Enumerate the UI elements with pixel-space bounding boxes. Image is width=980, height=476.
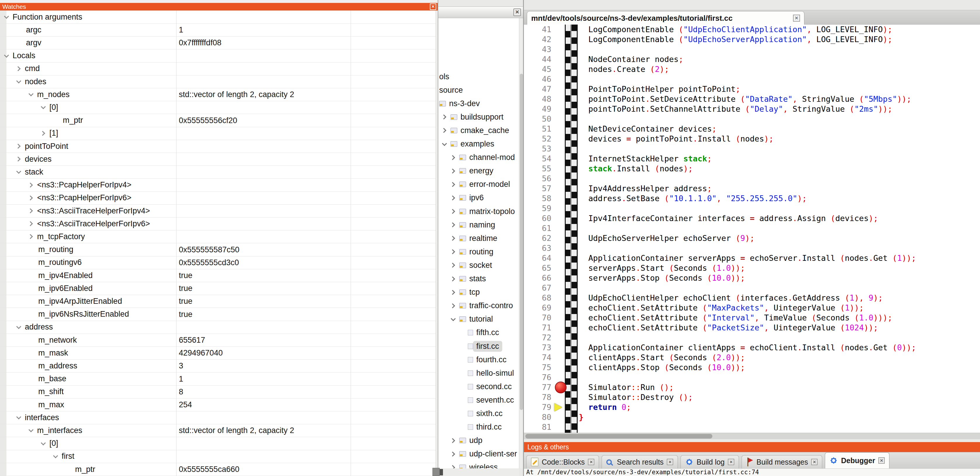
tree-item-energy[interactable]: energy bbox=[438, 165, 519, 178]
expand-arrow-icon[interactable] bbox=[450, 222, 455, 227]
expand-arrow-icon[interactable] bbox=[450, 155, 455, 160]
tree-item-buildsupport[interactable]: buildsupport bbox=[438, 110, 519, 124]
expand-arrow-icon[interactable] bbox=[442, 115, 447, 120]
watch-row[interactable]: <ns3::AsciiTraceHelperForIpv6> bbox=[0, 217, 436, 230]
tree-item-channel-mod[interactable]: channel-mod bbox=[438, 151, 519, 165]
watch-row[interactable]: m_ipv6Enabledtrue bbox=[0, 282, 436, 295]
watch-row[interactable]: m_max254 bbox=[0, 398, 436, 411]
tree-item-ns-3-dev[interactable]: ns-3-dev bbox=[438, 97, 519, 110]
logs-tab-build-log[interactable]: Build log✕ bbox=[681, 455, 739, 468]
expand-arrow-icon[interactable] bbox=[28, 221, 33, 226]
expand-arrow-icon[interactable] bbox=[450, 236, 455, 241]
logs-tab-code-blocks[interactable]: Code::Blocks✕ bbox=[526, 455, 599, 468]
watch-row[interactable]: nodes bbox=[0, 75, 436, 88]
expand-arrow-icon[interactable] bbox=[16, 144, 21, 149]
projects-horizontal-scrollbar[interactable] bbox=[437, 468, 519, 476]
scrollbar-thumb[interactable] bbox=[525, 434, 712, 439]
tree-item-fifth-cc[interactable]: fifth.cc bbox=[438, 326, 519, 339]
watch-row[interactable]: Locals bbox=[0, 50, 436, 62]
expand-arrow-icon[interactable] bbox=[28, 234, 33, 239]
watch-row[interactable]: <ns3::PcapHelperForIpv6> bbox=[0, 192, 436, 204]
expand-arrow-icon[interactable] bbox=[450, 290, 455, 295]
expand-arrow-icon[interactable] bbox=[450, 276, 455, 281]
tree-item-traffic-contro[interactable]: traffic-contro bbox=[438, 299, 519, 313]
expand-arrow-icon[interactable] bbox=[450, 182, 455, 187]
watch-row[interactable]: m_interfacesstd::vector of length 2, cap… bbox=[0, 424, 436, 437]
tree-item-stats[interactable]: stats bbox=[438, 272, 519, 286]
collapse-arrow-icon[interactable] bbox=[16, 415, 21, 420]
watch-row[interactable]: m_ipv4Enabledtrue bbox=[0, 269, 436, 282]
tree-item-seventh-cc[interactable]: seventh.cc bbox=[438, 393, 519, 407]
watch-row[interactable]: [1] bbox=[0, 127, 436, 140]
watch-row[interactable]: m_base1 bbox=[0, 372, 436, 386]
watch-row[interactable]: stack bbox=[0, 166, 436, 179]
scrollbar-thumb[interactable] bbox=[520, 73, 523, 410]
close-panel-icon[interactable]: ✕ bbox=[513, 8, 521, 16]
close-watches-icon[interactable]: ✕ bbox=[430, 3, 436, 10]
collapse-arrow-icon[interactable] bbox=[451, 316, 456, 321]
expand-arrow-icon[interactable] bbox=[450, 303, 455, 308]
watch-row[interactable]: pointToPoint bbox=[0, 140, 436, 153]
column-separator[interactable] bbox=[176, 11, 177, 476]
watch-row[interactable]: <ns3::AsciiTraceHelperForIpv4> bbox=[0, 204, 436, 217]
tree-item-second-cc[interactable]: second.cc bbox=[438, 380, 519, 393]
expand-arrow-icon[interactable] bbox=[28, 208, 33, 214]
close-tab-icon[interactable]: ✕ bbox=[728, 459, 734, 465]
close-tab-icon[interactable]: ✕ bbox=[667, 459, 673, 465]
close-tab-icon[interactable]: ✕ bbox=[878, 457, 885, 464]
breakpoint-marker-icon[interactable] bbox=[555, 382, 566, 393]
tree-item-ipv6[interactable]: ipv6 bbox=[438, 191, 519, 204]
collapse-arrow-icon[interactable] bbox=[16, 78, 21, 83]
watches-tree[interactable]: Function argumentsargc1argv0x7fffffffdf0… bbox=[0, 11, 436, 476]
collapse-arrow-icon[interactable] bbox=[16, 169, 21, 174]
tree-item-udp-client-ser[interactable]: udp-client-ser bbox=[438, 447, 519, 461]
expand-arrow-icon[interactable] bbox=[40, 131, 45, 136]
expand-arrow-icon[interactable] bbox=[450, 438, 455, 443]
watch-row[interactable]: [0] bbox=[0, 437, 436, 450]
watch-row[interactable]: m_nodesstd::vector of length 2, capacity… bbox=[0, 88, 436, 101]
editor-tab[interactable]: mnt/dev/tools/source/ns-3-dev/examples/t… bbox=[527, 11, 804, 25]
watch-row[interactable]: m_tcpFactory bbox=[0, 230, 436, 243]
tree-item-first-cc[interactable]: first.cc bbox=[438, 339, 519, 353]
collapse-arrow-icon[interactable] bbox=[29, 91, 33, 96]
expand-arrow-icon[interactable] bbox=[450, 465, 455, 468]
tree-item-matrix-topolo[interactable]: matrix-topolo bbox=[438, 204, 519, 218]
tree-item-tutorial[interactable]: tutorial bbox=[438, 313, 519, 326]
expand-arrow-icon[interactable] bbox=[450, 263, 455, 268]
logs-tab-build-messages[interactable]: Build messages✕ bbox=[741, 455, 822, 468]
collapse-arrow-icon[interactable] bbox=[4, 14, 9, 19]
tree-item-examples[interactable]: examples bbox=[438, 137, 519, 151]
watches-titlebar[interactable]: Watches ✕ bbox=[0, 3, 438, 11]
collapse-arrow-icon[interactable] bbox=[53, 453, 58, 458]
expand-arrow-icon[interactable] bbox=[16, 157, 21, 162]
breakpoint-gutter[interactable] bbox=[565, 24, 578, 433]
tree-item-wireless[interactable]: wireless bbox=[438, 461, 519, 468]
watch-row[interactable]: cmd bbox=[0, 62, 436, 75]
tree-item-tcp[interactable]: tcp bbox=[438, 286, 519, 299]
collapse-arrow-icon[interactable] bbox=[442, 141, 447, 146]
projects-tree[interactable]: olssourcens-3-devbuildsupportcmake_cache… bbox=[437, 18, 519, 468]
watch-row[interactable]: interfaces bbox=[0, 411, 436, 424]
watch-row[interactable]: address bbox=[0, 321, 436, 334]
watch-row[interactable]: m_ptr0x55555556cf20 bbox=[0, 114, 436, 127]
collapse-arrow-icon[interactable] bbox=[41, 104, 46, 109]
tree-item-cmake-cache[interactable]: cmake_cache bbox=[438, 124, 519, 137]
expand-arrow-icon[interactable] bbox=[450, 249, 455, 254]
tree-item-udp[interactable]: udp bbox=[438, 434, 519, 447]
watch-row[interactable]: m_ipv4ArpJitterEnabledtrue bbox=[0, 295, 436, 308]
watch-row[interactable]: m_shift8 bbox=[0, 385, 436, 399]
watch-row[interactable]: argv0x7fffffffdf08 bbox=[0, 36, 436, 50]
watch-row[interactable]: [0] bbox=[0, 101, 436, 114]
watch-row[interactable]: <ns3::PcapHelperForIpv4> bbox=[0, 179, 436, 192]
tree-item-socket[interactable]: socket bbox=[438, 259, 519, 272]
expand-arrow-icon[interactable] bbox=[450, 195, 455, 200]
logs-tab-debugger[interactable]: Debugger✕ bbox=[825, 452, 889, 468]
collapse-arrow-icon[interactable] bbox=[29, 428, 33, 433]
collapse-arrow-icon[interactable] bbox=[16, 324, 21, 329]
editor-horizontal-scrollbar[interactable] bbox=[524, 433, 980, 439]
expand-arrow-icon[interactable] bbox=[28, 182, 33, 187]
watch-row[interactable]: argc1 bbox=[0, 23, 436, 37]
watch-row[interactable]: m_routing0x555555587c50 bbox=[0, 243, 436, 256]
expand-arrow-icon[interactable] bbox=[442, 128, 447, 133]
watches-scroll-corner[interactable] bbox=[433, 468, 440, 476]
